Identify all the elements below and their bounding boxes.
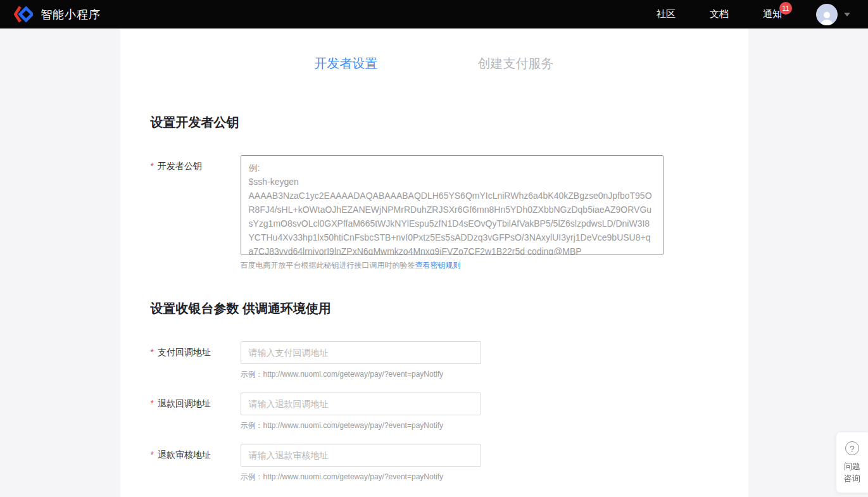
main-panel: 开发者设置 创建支付服务 设置开发者公钥 *开发者公钥 百度电商开放平台根据此秘… — [120, 28, 748, 497]
pay-callback-label: *支付回调地址 — [151, 341, 241, 393]
required-asterisk: * — [151, 347, 154, 357]
notification-badge: 11 — [779, 2, 792, 15]
brand-name: 智能小程序 — [41, 7, 101, 22]
refund-audit-input[interactable] — [241, 444, 481, 467]
required-asterisk: * — [151, 398, 154, 408]
public-key-label: *开发者公钥 — [151, 155, 241, 271]
refund-callback-input[interactable] — [241, 393, 481, 415]
pay-callback-input[interactable] — [241, 341, 481, 364]
cashier-section-title: 设置收银台参数 供调通环境使用 — [151, 300, 718, 317]
public-key-section-title: 设置开发者公钥 — [151, 114, 718, 131]
person-icon — [819, 9, 835, 25]
refund-callback-label: *退款回调地址 — [151, 393, 241, 444]
brand[interactable]: 智能小程序 — [14, 6, 101, 23]
refund-callback-example: 示例：http://www.nuomi.com/geteway/pay/?eve… — [241, 420, 481, 431]
public-key-helper: 百度电商开放平台根据此秘钥进行接口调用时的验签查看密钥规则 — [241, 260, 664, 271]
chevron-down-icon[interactable] — [844, 13, 850, 16]
public-key-row: *开发者公钥 百度电商开放平台根据此秘钥进行接口调用时的验签查看密钥规则 — [151, 155, 718, 271]
public-key-helper-text: 百度电商开放平台根据此秘钥进行接口调用时的验签 — [241, 261, 415, 270]
nav-community[interactable]: 社区 — [657, 8, 676, 20]
question-mark-icon: ? — [845, 441, 859, 455]
nav-docs[interactable]: 文档 — [710, 8, 729, 20]
required-asterisk: * — [151, 450, 154, 460]
refund-audit-row: *退款审核地址 示例：http://www.nuomi.com/geteway/… — [151, 444, 718, 495]
refund-audit-label: *退款审核地址 — [151, 444, 241, 495]
smart-miniprogram-logo-icon — [14, 6, 33, 23]
public-key-textarea[interactable] — [241, 155, 664, 255]
user-avatar[interactable] — [816, 4, 838, 25]
refund-callback-row: *退款回调地址 示例：http://www.nuomi.com/geteway/… — [151, 393, 718, 444]
pay-callback-row: *支付回调地址 示例：http://www.nuomi.com/geteway/… — [151, 341, 718, 393]
top-header: 智能小程序 社区 文档 通知 11 — [0, 0, 868, 28]
nav-notifications[interactable]: 通知 11 — [763, 8, 782, 20]
tab-create-payment-service[interactable]: 创建支付服务 — [478, 55, 554, 72]
view-key-rules-link[interactable]: 查看密钥规则 — [415, 261, 461, 270]
pay-callback-example: 示例：http://www.nuomi.com/geteway/pay/?eve… — [241, 369, 481, 380]
help-consult-label: 问题 咨询 — [844, 460, 860, 484]
required-asterisk: * — [151, 161, 154, 171]
tab-developer-settings[interactable]: 开发者设置 — [315, 55, 378, 72]
help-consult-widget[interactable]: ? 问题 咨询 — [836, 432, 868, 493]
step-tabs: 开发者设置 创建支付服务 — [151, 55, 718, 72]
refund-audit-example: 示例：http://www.nuomi.com/geteway/pay/?eve… — [241, 472, 481, 482]
